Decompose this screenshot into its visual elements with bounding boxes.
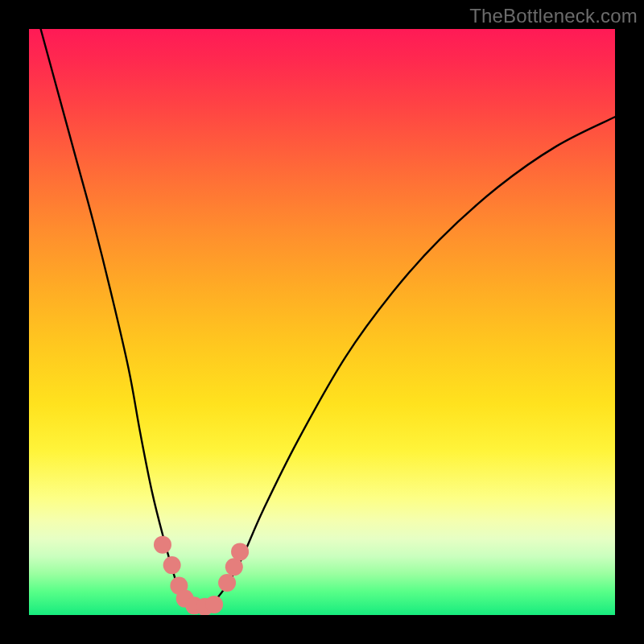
watermark-text: TheBottleneck.com [469,5,638,27]
curve-marker [225,558,243,576]
bottleneck-curve-svg [29,29,615,615]
curve-marker [154,536,171,554]
curve-marker [205,596,223,613]
curve-marker [231,543,249,560]
plot-area [29,29,615,615]
curve-markers [154,536,249,615]
curve-marker [218,574,236,592]
chart-frame: TheBottleneck.com [0,0,644,644]
bottleneck-curve [41,29,615,609]
curve-marker [163,556,181,574]
